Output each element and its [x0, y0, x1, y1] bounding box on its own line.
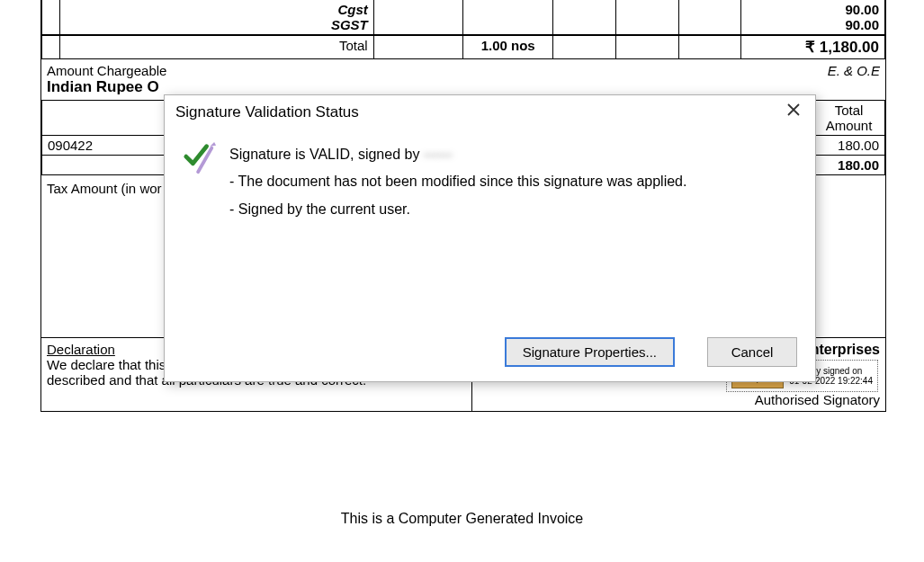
- currency-words: Indian Rupee O: [47, 78, 159, 95]
- dialog-message: Signature is VALID, signed by —— - The d…: [229, 141, 686, 223]
- cgst-label: Cgst: [337, 2, 367, 17]
- eoe-label: E. & O.E: [828, 63, 880, 78]
- hsn-total-amount: 180.00: [813, 156, 885, 175]
- total-amount: ₹ 1,180.00: [741, 36, 885, 59]
- total-row: Total 1.00 nos ₹ 1,180.00: [41, 35, 885, 59]
- footer-text: This is a Computer Generated Invoice: [0, 502, 924, 536]
- authorised-signatory-label: Authorised Signatory: [478, 392, 880, 407]
- signature-properties-button[interactable]: Signature Properties...: [505, 337, 675, 367]
- dialog-bullet-1: - The document has not been modified sin…: [229, 168, 686, 195]
- signed-by-name: ——: [424, 147, 453, 162]
- dialog-bullet-2: - Signed by the current user.: [229, 196, 686, 223]
- cancel-button[interactable]: Cancel: [707, 337, 797, 367]
- declaration-title: Declaration: [47, 342, 115, 357]
- sgst-amount: 90.00: [845, 17, 879, 32]
- hsn-row-amount: 180.00: [813, 136, 885, 156]
- tax-lines-table: Cgst SGST 90.00 90.00: [41, 0, 885, 35]
- signature-validation-dialog: Signature Validation Status Signature is…: [164, 94, 816, 382]
- dialog-valid-line: Signature is VALID, signed by: [229, 147, 424, 162]
- hsn-amount-header: Total Amount: [813, 101, 885, 136]
- cgst-amount: 90.00: [845, 2, 879, 17]
- dialog-title: Signature Validation Status: [175, 103, 359, 121]
- sgst-label: SGST: [331, 17, 368, 32]
- total-label: Total: [59, 36, 373, 59]
- valid-signature-icon: [183, 141, 217, 175]
- close-icon[interactable]: [783, 103, 804, 121]
- amount-chargeable-label: Amount Chargeable: [47, 63, 166, 78]
- total-qty: 1.00 nos: [463, 36, 553, 59]
- tax-amount-words-label: Tax Amount (in wor: [47, 181, 162, 196]
